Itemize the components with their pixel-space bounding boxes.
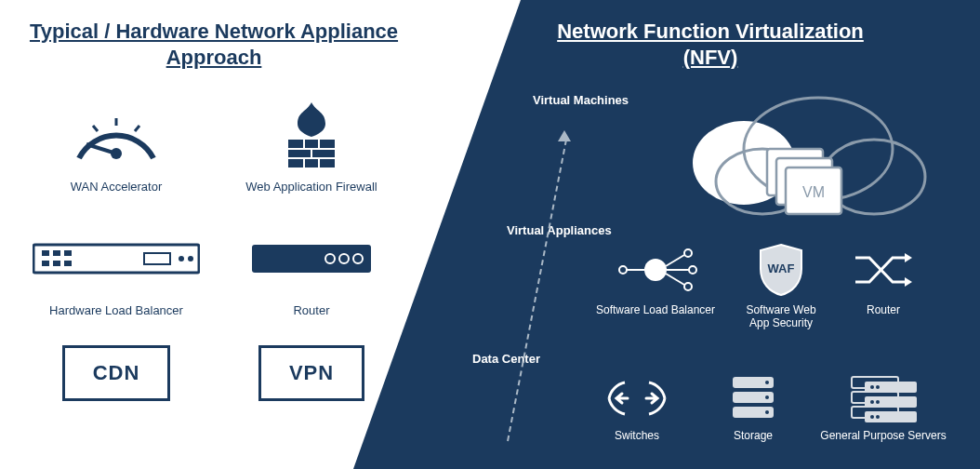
label-router: Router (251, 303, 372, 317)
svg-line-3 (93, 126, 98, 131)
item-v-router: Router (837, 242, 930, 316)
item-sw-lb: Software Load Balancer (590, 242, 721, 316)
svg-point-61 (876, 415, 880, 419)
label-waf: Web Application Firewall (245, 180, 377, 194)
svg-line-40 (666, 255, 684, 266)
cdn-box: CDN (62, 345, 171, 401)
svg-point-58 (870, 400, 874, 404)
svg-point-48 (765, 395, 769, 399)
item-wan-accelerator: WAN Accelerator (70, 98, 163, 194)
vm-text: VM (802, 184, 825, 200)
svg-rect-16 (64, 250, 72, 256)
svg-point-60 (870, 415, 874, 419)
left-panel: Typical / Hardware Network Appliance App… (0, 0, 428, 420)
label-v-router: Router (837, 303, 930, 316)
svg-rect-17 (42, 261, 49, 266)
label-switches: Switches (595, 429, 679, 442)
svg-rect-13 (33, 245, 199, 273)
arrow-head-icon (558, 130, 571, 141)
svg-point-37 (689, 266, 696, 274)
item-hw-lb: Hardware Load Balancer (33, 221, 200, 317)
svg-point-57 (876, 385, 880, 389)
label-gp-servers: General Purpose Servers (809, 429, 958, 442)
svg-point-21 (179, 256, 184, 261)
storage-icon (716, 372, 790, 423)
section-label-va: Virtual Appliances (507, 223, 612, 237)
item-router: Router (251, 221, 372, 317)
left-title: Typical / Hardware Network Appliance App… (28, 19, 400, 70)
svg-point-56 (870, 385, 874, 389)
label-hw-lb: Hardware Load Balancer (33, 303, 200, 317)
vpn-box: VPN (258, 345, 364, 401)
router-icon (251, 221, 372, 296)
item-switches: Switches (595, 372, 679, 442)
svg-point-49 (765, 410, 769, 414)
svg-point-47 (765, 381, 769, 384)
svg-point-35 (619, 266, 627, 274)
label-storage: Storage (716, 429, 790, 442)
right-title: Network Function Virtualization(NFV) (459, 19, 961, 70)
item-sw-waf: WAF Software WebApp Security (730, 242, 832, 329)
svg-rect-19 (64, 261, 72, 266)
section-label-dc: Data Center (472, 352, 540, 366)
svg-line-4 (135, 126, 139, 131)
item-vpn: VPN (258, 345, 364, 401)
svg-rect-14 (42, 250, 49, 256)
switches-icon (595, 372, 679, 423)
svg-point-59 (876, 400, 880, 404)
load-balancer-icon (590, 242, 721, 298)
shield-waf-icon: WAF (730, 242, 832, 298)
svg-point-36 (684, 249, 692, 257)
label-wan: WAN Accelerator (70, 180, 163, 194)
gauge-icon (70, 98, 163, 172)
item-gp-servers: General Purpose Servers (809, 372, 958, 442)
firewall-icon (245, 98, 377, 172)
svg-line-42 (666, 274, 684, 285)
item-storage: Storage (716, 372, 790, 442)
label-sw-waf: Software WebApp Security (730, 303, 832, 329)
svg-point-22 (188, 256, 193, 261)
svg-rect-20 (144, 253, 170, 264)
cloud-vm-graphic: VM (632, 93, 939, 214)
item-waf: Web Application Firewall (245, 98, 377, 194)
section-label-vm: Virtual Machines (533, 93, 629, 107)
item-cdn: CDN (62, 345, 171, 401)
right-panel: Network Function Virtualization(NFV) (459, 0, 980, 88)
rack-device-icon (33, 221, 200, 296)
svg-point-38 (684, 283, 692, 290)
label-sw-lb: Software Load Balancer (590, 303, 721, 316)
svg-rect-18 (53, 261, 60, 266)
svg-line-1 (86, 144, 116, 154)
svg-text:WAF: WAF (768, 261, 795, 275)
svg-rect-15 (53, 250, 60, 256)
left-grid: WAN Accelerator Web Application Firewall (28, 98, 400, 401)
servers-icon (809, 372, 958, 423)
svg-point-34 (644, 259, 667, 281)
shuffle-icon (837, 242, 930, 298)
